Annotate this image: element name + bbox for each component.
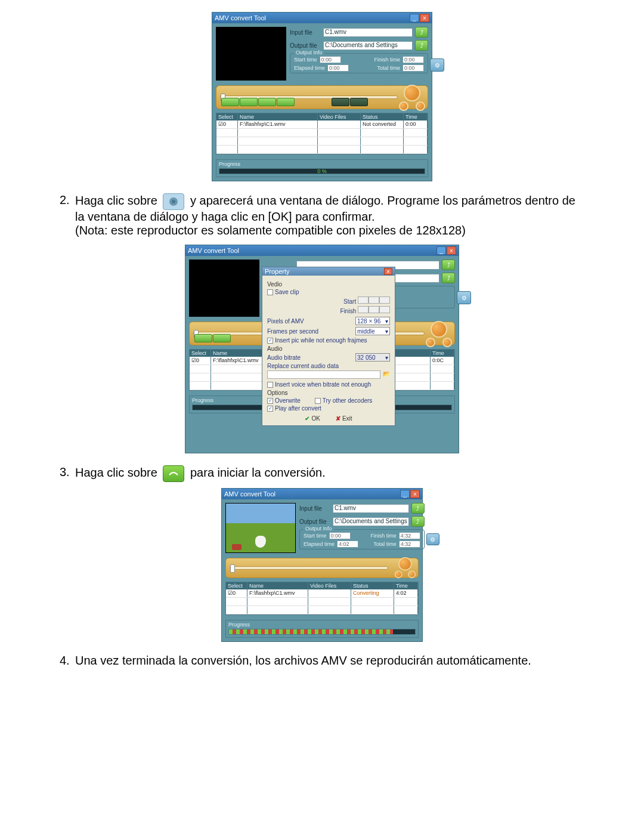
start-mm[interactable]: [369, 296, 379, 304]
progress-label: Progress: [219, 161, 425, 167]
output-file-field[interactable]: C:\Documents and Settings: [333, 517, 409, 526]
input-file-field[interactable]: C1.wmv: [323, 28, 413, 37]
step-3: 3. Haga clic sobre para iniciar la conve…: [60, 465, 584, 482]
minimize-button[interactable]: _: [410, 14, 419, 22]
finish-hh[interactable]: [358, 306, 369, 313]
step-number: 3.: [60, 465, 75, 482]
play-button[interactable]: [404, 85, 420, 101]
window-title: AMV convert Tool: [215, 14, 266, 21]
amv-window-3: AMV convert Tool _ × Input fileC1.wmv⤴ O…: [221, 488, 423, 642]
table-row: [216, 129, 428, 137]
browse-input-button[interactable]: ⤴: [415, 27, 428, 38]
video-preview: [216, 27, 286, 81]
minimize-button[interactable]: _: [400, 490, 410, 498]
col-status: Status: [361, 113, 404, 121]
progress-pct: 0 %: [317, 168, 327, 174]
property-dialog: Property × Vedio Save clip Start Finish …: [262, 267, 395, 426]
next-button[interactable]: [408, 570, 416, 578]
dialog-close-button[interactable]: ×: [384, 268, 392, 275]
next-button[interactable]: [442, 338, 452, 347]
pixels-select[interactable]: 128 × 96▾: [355, 317, 390, 325]
try-other-checkbox[interactable]: [315, 398, 321, 404]
section-audio: Audio: [267, 345, 390, 352]
overwrite-checkbox[interactable]: ✓: [267, 398, 273, 404]
browse-input-button[interactable]: ⤴: [411, 503, 425, 514]
progress-label: Progress: [228, 622, 416, 628]
convert-button[interactable]: [332, 98, 349, 106]
bitrate-select[interactable]: 32 050▾: [355, 353, 390, 362]
audio-path-field[interactable]: [267, 370, 380, 379]
browse-audio-icon[interactable]: 📂: [383, 370, 390, 379]
finish-mm[interactable]: [369, 306, 379, 313]
amv-window-1: AMV convert Tool _ × Input file C1.wmv ⤴…: [212, 12, 432, 181]
timeline-slider[interactable]: [225, 558, 419, 578]
close-button[interactable]: ×: [420, 14, 429, 22]
amv-window-2: AMV convert Tool _ × ⤴ ⤴ ⚙: [185, 245, 459, 453]
prev-button[interactable]: [395, 570, 402, 578]
settings-button[interactable]: ⚙: [457, 291, 471, 304]
stop-button[interactable]: [350, 98, 368, 106]
section-video: Vedio: [267, 281, 390, 288]
browse-input-button[interactable]: ⤴: [442, 260, 455, 270]
browse-output-button[interactable]: ⤴: [415, 40, 428, 51]
table-row: [216, 137, 428, 146]
window-title: AMV convert Tool: [188, 247, 239, 254]
col-select: Select: [216, 113, 238, 121]
browse-output-button[interactable]: ⤴: [442, 273, 455, 283]
output-file-label: Output file: [290, 42, 323, 49]
window-title: AMV convert Tool: [224, 490, 275, 498]
finish-time-value: 0:00: [402, 56, 424, 63]
prev-button[interactable]: [399, 101, 408, 111]
exit-button[interactable]: ✘Exit: [336, 415, 352, 422]
close-button[interactable]: ×: [410, 490, 420, 498]
minimize-button[interactable]: _: [436, 246, 446, 255]
insert-pic-checkbox[interactable]: ✓: [267, 338, 273, 344]
input-file-field[interactable]: C1.wmv: [333, 504, 409, 513]
step-text: Una vez terminada la conversión, los arc…: [75, 654, 584, 668]
table-row: [216, 146, 428, 154]
step-text: Haga clic sobre: [75, 194, 157, 207]
settings-button[interactable]: ⚙: [430, 58, 444, 72]
progress-bar: 0 %: [219, 168, 425, 174]
col-name: Name: [238, 113, 318, 121]
convert-icon: [163, 465, 184, 482]
browse-output-button[interactable]: ⤴: [411, 516, 425, 527]
toolbar-btn[interactable]: [194, 334, 212, 342]
ok-button[interactable]: ✔OK: [305, 415, 320, 422]
table-row[interactable]: ☑0 F:\flashfxp\C1.wmv Not converted 0:00: [216, 121, 428, 129]
next-button[interactable]: [416, 101, 425, 111]
step-text: Haga clic sobre: [75, 466, 157, 479]
timeline-slider[interactable]: [216, 85, 428, 109]
titlebar: AMV convert Tool _ ×: [212, 13, 432, 23]
elapsed-label: Elapsed time: [294, 65, 325, 71]
settings-button[interactable]: ⚙: [426, 533, 439, 545]
save-clip-checkbox[interactable]: [267, 289, 273, 295]
table-row[interactable]: ☑0 F:\flashfxp\C1.wmv Converting 4:02: [226, 589, 418, 598]
total-value: 0:00: [402, 64, 424, 72]
dialog-title: Property: [265, 268, 290, 275]
prev-button[interactable]: [426, 338, 435, 347]
finish-time-label: Finish time: [374, 57, 400, 63]
video-preview: [189, 260, 259, 317]
play-button[interactable]: [398, 557, 411, 570]
col-video-files: Video Files: [318, 113, 361, 121]
start-time-value: 0:00: [320, 56, 341, 63]
toolbar-btn-3[interactable]: [258, 98, 276, 106]
output-file-field[interactable]: C:\Documents and Settings: [323, 41, 413, 50]
toolbar-btn-1[interactable]: [221, 98, 239, 106]
start-time-label: Start time: [294, 57, 317, 63]
toolbar-btn[interactable]: [213, 334, 231, 342]
toolbar-btn-4[interactable]: [277, 98, 295, 106]
play-after-checkbox[interactable]: ✓: [267, 406, 273, 412]
play-button[interactable]: [431, 321, 447, 338]
close-button[interactable]: ×: [447, 246, 456, 255]
start-hh[interactable]: [358, 296, 369, 304]
finish-ss[interactable]: [379, 306, 390, 313]
step-text: para iniciar la conversión.: [190, 466, 326, 479]
start-ss[interactable]: [379, 296, 390, 304]
insert-voice-checkbox[interactable]: [267, 382, 273, 388]
video-preview: [225, 503, 296, 553]
toolbar-btn-2[interactable]: [240, 98, 258, 106]
fps-select[interactable]: middle▾: [355, 327, 390, 335]
step-4: 4. Una vez terminada la conversión, los …: [60, 654, 584, 668]
